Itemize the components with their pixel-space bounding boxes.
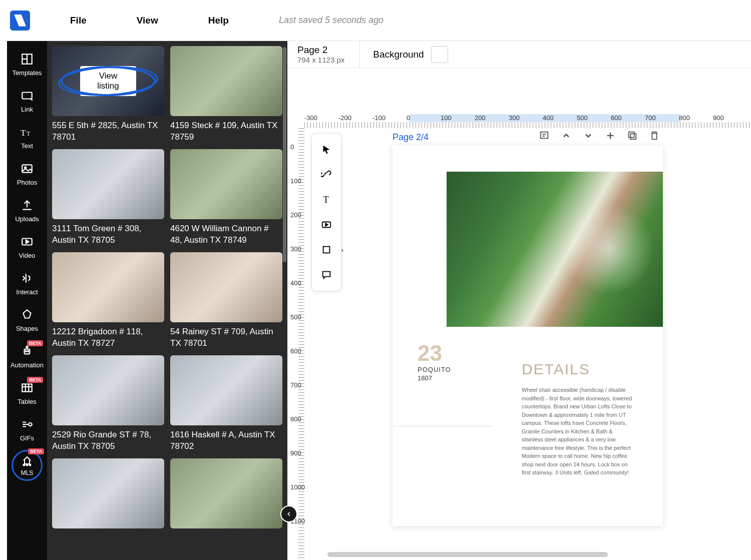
background-swatch[interactable] (431, 46, 448, 63)
listing-card[interactable]: 2529 Rio Grande ST # 78, Austin TX 78705 (52, 355, 164, 452)
listing-thumbnail[interactable] (170, 355, 282, 425)
svg-rect-28 (541, 132, 548, 139)
rail-uploads[interactable]: Uploads (7, 192, 47, 229)
ruler-label: 100 (441, 114, 452, 122)
hero-image[interactable] (447, 172, 663, 327)
view-listing-button[interactable]: View listing (80, 66, 136, 96)
listing-card[interactable]: View listing555 E 5th # 2825, Austin TX … (52, 46, 164, 143)
page-dimensions-label: 794 x 1123 px (297, 56, 344, 64)
page-indicator[interactable]: Page 2/4 (393, 132, 429, 143)
rail-shapes[interactable]: Shapes (7, 302, 47, 338)
svg-rect-34 (630, 134, 636, 139)
listing-card[interactable]: 4159 Steck # 109, Austin TX 78759 (170, 46, 282, 143)
ruler-label: 700 (290, 381, 301, 389)
listing-card[interactable] (170, 458, 282, 532)
svg-text:T: T (27, 130, 31, 137)
link-tool[interactable] (315, 164, 337, 186)
ruler-label: 200 (290, 211, 301, 219)
add-page-icon[interactable] (604, 129, 617, 142)
listing-card[interactable]: 3111 Tom Green # 308, Austin TX 78705 (52, 149, 164, 246)
notes-icon[interactable] (538, 129, 551, 142)
ruler-label: 900 (713, 114, 724, 122)
ruler-label: 500 (577, 114, 588, 122)
shape-tool[interactable]: › (315, 239, 337, 261)
listing-address: 54 Rainey ST # 709, Austin TX 78701 (170, 326, 282, 349)
link-icon (20, 89, 34, 103)
rail-video[interactable]: Video (7, 229, 47, 265)
trash-icon[interactable] (648, 129, 661, 142)
ruler-label: 700 (645, 114, 656, 122)
svg-point-10 (26, 351, 27, 352)
upload-icon (20, 198, 34, 212)
rail-photos[interactable]: Photos (7, 156, 47, 192)
listing-address: 3111 Tom Green # 308, Austin TX 78705 (52, 223, 164, 246)
ruler-label: 900 (290, 449, 301, 457)
menu-view[interactable]: View (137, 15, 158, 26)
ruler-label: -200 (338, 114, 351, 122)
chevron-right-icon: › (341, 246, 343, 254)
ruler-label: 500 (290, 313, 301, 321)
rail-automation[interactable]: BETA Automation (7, 338, 47, 375)
ruler-label: 400 (543, 114, 554, 122)
listing-thumbnail[interactable] (52, 458, 164, 528)
listing-thumbnail[interactable] (52, 252, 164, 322)
listing-card[interactable] (52, 458, 164, 532)
listing-card[interactable]: 12212 Brigadoon # 118, Austin TX 78727 (52, 252, 164, 349)
address-unit[interactable]: 1807 (418, 374, 432, 382)
svg-rect-27 (323, 247, 330, 253)
svg-point-11 (28, 351, 29, 352)
page-header-bar: Page 2 794 x 1123 px Background (287, 41, 751, 68)
listing-thumbnail[interactable] (170, 252, 282, 322)
details-body[interactable]: Wheel chair accessible (handicap / disab… (522, 386, 633, 477)
menu-file[interactable]: File (70, 15, 87, 26)
rail-text[interactable]: TT Text (7, 119, 47, 156)
gifs-icon (20, 417, 34, 431)
listing-card[interactable]: 4620 W William Cannon # 48, Austin TX 78… (170, 149, 282, 246)
listing-thumbnail[interactable] (52, 355, 164, 425)
details-heading[interactable]: DETAILS (522, 361, 590, 378)
app-logo[interactable] (10, 11, 30, 31)
page-canvas[interactable]: 23 POQUITO 1807 DETAILS Wheel chair acce… (393, 146, 663, 526)
listing-address: 2529 Rio Grande ST # 78, Austin TX 78705 (52, 429, 164, 452)
beta-badge: BETA (27, 377, 43, 383)
listing-card[interactable]: 54 Rainey ST # 709, Austin TX 78701 (170, 252, 282, 349)
listing-thumbnail[interactable] (170, 149, 282, 219)
tool-rail: Templates Link TT Text Photos Uploads Vi… (7, 41, 47, 560)
automation-icon (20, 344, 34, 358)
photos-icon (20, 162, 34, 176)
listing-thumbnail[interactable] (170, 458, 282, 528)
divider-line (393, 426, 493, 426)
text-icon: TT (20, 125, 34, 139)
duplicate-icon[interactable] (626, 129, 639, 142)
collapse-panel-button[interactable] (280, 505, 297, 522)
scrollbar[interactable] (283, 47, 286, 262)
move-up-icon[interactable] (560, 129, 573, 142)
move-down-icon[interactable] (582, 129, 595, 142)
ruler-label: -100 (372, 114, 386, 122)
horizontal-scrollbar[interactable] (327, 552, 608, 557)
rail-gifs[interactable]: GIFs (7, 411, 47, 448)
select-tool[interactable] (315, 139, 337, 161)
address-street[interactable]: POQUITO (418, 366, 451, 373)
listing-thumbnail[interactable] (170, 46, 282, 116)
ruler-label: 800 (290, 415, 301, 423)
rail-mls[interactable]: BETA MLS (12, 450, 43, 481)
svg-point-13 (26, 346, 28, 348)
ruler-label: 800 (679, 114, 690, 122)
rail-templates[interactable]: Templates (7, 46, 47, 83)
listing-thumbnail[interactable] (52, 149, 164, 219)
listing-thumbnail[interactable]: View listing (52, 46, 164, 116)
menubar: File View Help Last saved 5 seconds ago (0, 0, 751, 41)
rail-tables[interactable]: BETA Tables (7, 375, 47, 411)
video-tool[interactable] (315, 214, 337, 236)
comment-tool[interactable] (315, 264, 337, 286)
rail-interact[interactable]: Interact (7, 265, 47, 302)
svg-point-24 (30, 464, 31, 466)
menu-help[interactable]: Help (208, 15, 229, 26)
page-number-label: Page 2 (297, 45, 344, 56)
text-tool[interactable]: T (315, 189, 337, 211)
listing-card[interactable]: 1616 Haskell # A, Austin TX 78702 (170, 355, 282, 452)
address-number[interactable]: 23 (418, 341, 442, 366)
vertical-ruler: 010020030040050060070080090010001100 (290, 128, 304, 560)
rail-link[interactable]: Link (7, 83, 47, 119)
